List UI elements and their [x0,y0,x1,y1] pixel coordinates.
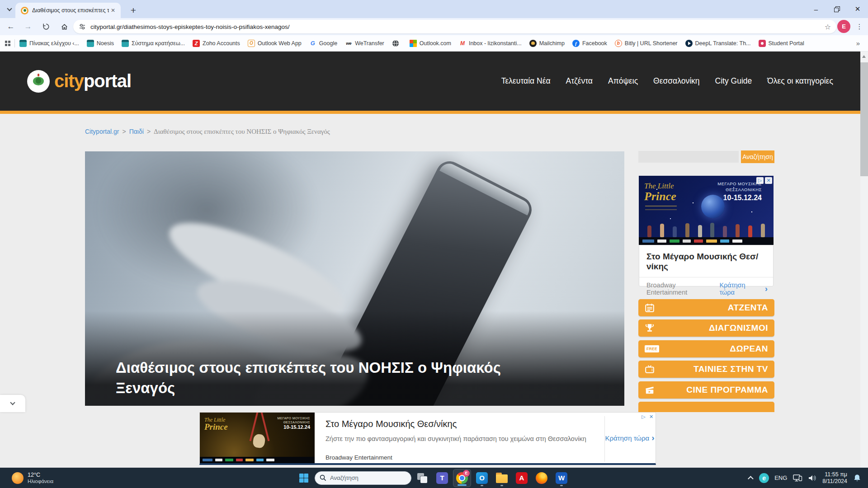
ad-cta-link[interactable]: Κράτηση τώρα [719,282,760,296]
taskbar-word[interactable]: W [552,469,571,487]
nav-thessaloniki[interactable]: Θεσσαλονίκη [653,76,699,86]
taskbar-teams[interactable]: T [433,469,451,487]
breadcrumb-home-link[interactable]: Cityportal.gr [85,128,119,135]
scrollbar-thumb[interactable] [860,62,868,176]
browser-menu-button[interactable]: ⋮ [854,20,865,33]
nav-latest-news[interactable]: Τελευταία Νέα [501,76,551,86]
clock-date: 8/11/2024 [822,478,847,485]
bookmark-pinakas[interactable]: Πίνακας ελέγχου ‹... [19,40,79,47]
taskbar-acrobat[interactable]: A [513,469,531,487]
bookmark-facebook[interactable]: Facebook [572,40,607,47]
bottom-anchor-ad[interactable]: The Little Prince ΜΕΓΑΡΟ ΜΟΥΣΙΚΗΣ ΘΕΣΣΑΛ… [199,412,656,465]
site-logo[interactable]: cityportal [27,70,131,93]
forward-button[interactable]: → [22,20,34,33]
home-button[interactable] [58,20,71,33]
sidebar-ad-card[interactable]: Στο Μέγαρο Μουσικής Θεσ/νίκης Broadway E… [639,245,774,286]
bookmark-noesis[interactable]: Noesis [87,40,114,47]
browser-tab[interactable]: Διαθέσιμος στους επισκέπτες τ ✕ [15,3,121,18]
site-settings-icon[interactable] [79,23,86,30]
header-accent-stripe [0,111,868,114]
taskbar-file-explorer[interactable] [493,469,511,487]
nav-all-categories[interactable]: Όλες οι κατηγορίες [767,76,833,86]
outlook-icon: O [476,472,488,484]
bookmark-deepl[interactable]: DeepL Translate: Th... [685,40,751,47]
taskbar-weather-widget[interactable]: 12°C Ηλιοφάνεια [12,472,53,484]
browser-titlebar: Διαθέσιμος στους επισκέπτες τ ✕ + – ✕ [0,0,868,18]
sidebar-button-agenda[interactable]: ΑΤΖΕΝΤΑ [638,299,774,316]
sidebar-button-partial[interactable] [638,402,774,412]
system-tray: ENG 11:55 πμ 8/11/2024 [750,471,862,485]
scroll-down-button[interactable] [0,395,25,412]
address-bar[interactable]: cityportal.gr/diathesimos-stoys-episkept… [73,20,836,33]
nav-opinions[interactable]: Απόψεις [608,76,638,86]
bookmark-mailchimp[interactable]: Mailchimp [529,40,565,47]
new-tab-button[interactable]: + [127,4,140,17]
sidebar-button-free[interactable]: FREE ΔΩΡΕΑΝ [638,340,774,357]
window-controls: – ✕ [806,0,868,18]
bookmark-google[interactable]: Google [309,40,337,47]
close-window-button[interactable]: ✕ [847,0,868,18]
volume-icon[interactable] [808,474,817,482]
language-indicator[interactable]: ENG [774,474,787,481]
tab-search-button[interactable] [5,5,14,14]
adchoices-icon[interactable]: ▷ [756,177,764,184]
reload-button[interactable] [40,20,52,33]
notifications-bell-icon[interactable] [853,474,862,483]
bookmark-owa[interactable]: Outlook Web App [248,40,302,47]
taskbar-outlook[interactable]: O [473,469,491,487]
facebook-icon [572,40,580,47]
ad-controls: ▷ ✕ [756,177,772,184]
site-favicon-icon [21,7,28,14]
taskbar-search-input[interactable] [330,474,402,481]
apps-grid-icon[interactable] [5,40,11,47]
tab-close-icon[interactable]: ✕ [109,6,117,14]
bookmark-wetransfer[interactable]: WeTransfer [345,40,384,47]
start-button[interactable] [295,469,313,487]
bookmark-star-icon[interactable]: ☆ [825,23,831,31]
site-nav: Τελευταία Νέα Ατζέντα Απόψεις Θεσσαλονίκ… [501,76,833,86]
ad-venue-text: ΜΕΓΑΡΟ ΜΟΥΣΙΚΗΣ ΘΕΣΣΑΛΟΝΙΚΗΣ [717,181,762,193]
ad-advertiser: Broadway Entertainment [646,282,715,296]
taskbar-chrome-active[interactable]: E [453,469,471,487]
bookmarks-overflow-button[interactable]: » [853,39,863,47]
profile-avatar[interactable]: E [837,20,850,33]
ad-close-icon[interactable]: ✕ [648,413,655,420]
nav-agenda[interactable]: Ατζέντα [566,76,593,86]
taskbar-search-box[interactable] [315,471,411,485]
article-title: Διαθέσιμος στους επισκέπτες του ΝΟΗΣΙΣ ο… [116,357,536,399]
bottom-ad-image[interactable]: The Little Prince ΜΕΓΑΡΟ ΜΟΥΣΙΚΗΣ ΘΕΣΣΑΛ… [200,413,315,463]
bookmark-student-portal[interactable]: Student Portal [759,40,804,47]
tray-chevron-up-icon[interactable] [748,476,754,482]
sidebar-button-movies-tv[interactable]: ΤΑΙΝΙΕΣ ΣΤΗΝ TV [638,361,774,378]
sidebar-ad-image[interactable]: The Little Prince ΜΕΓΑΡΟ ΜΟΥΣΙΚΗΣ ΘΕΣΣΑΛ… [639,176,774,245]
microsoft-icon [410,40,417,47]
browser-scrollbar[interactable] [860,52,868,468]
bookmark-gmail-inbox[interactable]: Inbox - lizikonstanti... [459,40,522,47]
url-text[interactable]: cityportal.gr/diathesimos-stoys-episkept… [90,23,825,30]
performers-silhouettes [639,222,774,237]
nav-city-guide[interactable]: City Guide [715,76,752,86]
scrollbar-up-arrow-icon[interactable] [862,55,866,58]
sidebar-button-contests[interactable]: ΔΙΑΓΩΝΙΣΜΟΙ [638,319,774,337]
sidebar-button-cine-program[interactable]: CINE ΠΡΟΓΡΑΜΜΑ [638,381,774,399]
minimize-button[interactable]: – [806,0,826,18]
adchoices-icon[interactable]: ▷ [640,413,647,420]
back-button[interactable]: ← [5,20,17,33]
bookmark-zoho[interactable]: Zoho Accounts [193,40,240,47]
taskbar-firefox[interactable] [533,469,551,487]
network-display-icon[interactable] [793,474,802,482]
restore-button[interactable] [826,0,847,18]
ad-close-icon[interactable]: ✕ [765,177,772,184]
taskbar-clock[interactable]: 11:55 πμ 8/11/2024 [822,471,847,485]
sidebar-search-button[interactable]: Αναζήτηση [741,150,774,163]
bookmark-outlook-com[interactable]: Outlook.com [410,40,451,47]
breadcrumb-section-link[interactable]: Παιδί [129,128,144,135]
ad-brand-text: The Little Prince [644,182,676,202]
bookmark-bitly[interactable]: Bitly | URL Shortener [615,40,678,47]
sidebar-search-input[interactable] [638,151,739,163]
eset-tray-icon[interactable] [759,473,769,483]
bottom-ad-cta[interactable]: Κράτηση τώρα › [605,413,655,463]
task-view-button[interactable] [413,469,431,487]
bookmark-globe[interactable] [392,40,402,47]
bookmark-systima[interactable]: Σύστημα κρατήσεω... [122,40,185,47]
